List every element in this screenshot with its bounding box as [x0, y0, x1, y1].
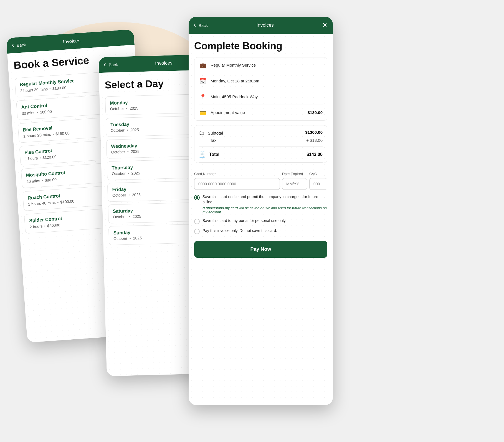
phone-complete-booking: Back Invoices ✕ Complete Booking 💼 Regul…	[189, 17, 333, 405]
briefcase-icon: 💼	[199, 62, 207, 69]
location-icon: 📍	[199, 94, 207, 100]
total-label-row: 🧾 Total	[199, 151, 219, 158]
location-info-row: 📍 Main, 4505 Paddock Way	[199, 89, 323, 105]
phone3-inner: Complete Booking 💼 Regular Monthly Servi…	[189, 34, 333, 405]
radio-circle-1	[194, 219, 200, 224]
back-chevron-icon-2	[104, 63, 107, 66]
phone3-header: Back Invoices ✕	[189, 17, 333, 34]
total-label: Total	[209, 152, 219, 157]
close-icon: ✕	[322, 22, 327, 29]
total-value: $143.00	[307, 152, 323, 157]
phone1-back-button[interactable]: Back	[12, 42, 26, 48]
radio-option-1[interactable]: Save this card to my portal for personal…	[194, 218, 327, 224]
subtotal-label-row: 🗂 Subtotal	[199, 130, 223, 136]
card-section: Card Number Date Expired CVC Save this c…	[194, 167, 327, 261]
phone1-back-label: Back	[16, 42, 26, 47]
calendar-icon: 📅	[199, 78, 207, 84]
booking-info-box: 💼 Regular Monthly Service 📅 Monday, Oct …	[194, 57, 327, 121]
location-info-text: Main, 4505 Paddock Way	[211, 94, 323, 99]
appointment-value: $130.00	[308, 110, 323, 115]
radio-text-0: Save this card on file and permit the co…	[202, 194, 327, 214]
cvc-input[interactable]	[309, 178, 327, 190]
total-row: 🧾 Total $143.00	[199, 147, 323, 163]
tax-row: Tax + $13.00	[199, 138, 323, 143]
wallet-icon: 🗂	[199, 130, 204, 136]
phone3-back-label: Back	[199, 23, 208, 28]
expiry-label: Date Expired	[282, 172, 307, 176]
phone1-header-title: Invoices	[63, 38, 80, 45]
phone2-back-button[interactable]: Back	[104, 62, 118, 67]
phone3-header-title: Invoices	[256, 22, 273, 28]
service-info-text: Regular Monthly Service	[211, 63, 323, 67]
appointment-value-row: 💳 Appointment value $130.00	[199, 105, 323, 120]
card-number-label: Card Number	[194, 172, 280, 176]
radio-text-2: Pay this invoice only. Do not save this …	[202, 228, 277, 234]
cvc-label: CVC	[309, 172, 327, 176]
datetime-info-text: Monday, Oct 18 at 2:30pm	[211, 79, 323, 83]
pay-now-button[interactable]: Pay Now	[194, 241, 327, 258]
radio-text-1: Save this card to my portal for personal…	[202, 218, 286, 224]
tax-label: Tax	[199, 138, 216, 143]
radio-circle-2	[194, 229, 200, 234]
receipt-icon: 🧾	[199, 151, 206, 158]
billing-box: 🗂 Subtotal $1300.00 Tax + $13.00 🧾	[194, 125, 327, 163]
expiry-input[interactable]	[282, 178, 307, 190]
phone2-back-label: Back	[109, 62, 118, 67]
radio-option-2[interactable]: Pay this invoice only. Do not save this …	[194, 228, 327, 234]
close-button[interactable]: ✕	[322, 22, 327, 29]
card-icon: 💳	[199, 109, 207, 116]
card-number-input[interactable]	[194, 178, 280, 190]
back-chevron-icon	[12, 44, 15, 47]
tax-value: + $13.00	[306, 138, 323, 143]
phone3-content: Complete Booking 💼 Regular Monthly Servi…	[189, 34, 333, 405]
appointment-label: Appointment value	[211, 110, 304, 115]
card-labels: Card Number Date Expired CVC	[194, 172, 327, 176]
subtotal-label: Subtotal	[208, 131, 223, 135]
radio-group: Save this card on file and permit the co…	[194, 194, 327, 234]
datetime-info-row: 📅 Monday, Oct 18 at 2:30pm	[199, 73, 323, 89]
service-info-row: 💼 Regular Monthly Service	[199, 57, 323, 73]
scene: Back Invoices Book a Service Regular Mon…	[0, 0, 504, 442]
phone2-header-title: Invoices	[155, 60, 173, 66]
radio-circle-0	[194, 195, 200, 200]
complete-booking-title: Complete Booking	[194, 41, 327, 52]
phone3-back-button[interactable]: Back	[194, 23, 208, 28]
subtotal-section: 🗂 Subtotal $1300.00 Tax + $13.00	[199, 125, 323, 147]
card-inputs	[194, 178, 327, 190]
subtotal-value: $1300.00	[305, 130, 323, 136]
radio-option-0[interactable]: Save this card on file and permit the co…	[194, 194, 327, 214]
subtotal-row: 🗂 Subtotal $1300.00	[199, 130, 323, 136]
back-chevron-icon-3	[194, 24, 197, 27]
